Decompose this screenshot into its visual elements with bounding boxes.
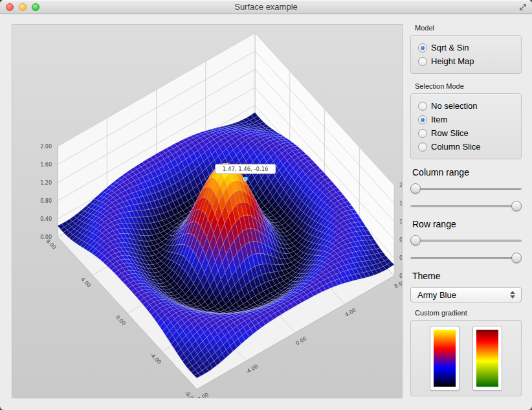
row-range-min-slider[interactable] [410,235,522,245]
svg-text:1.47, 1.46, -0.16: 1.47, 1.46, -0.16 [223,166,269,172]
svg-text:-4.00: -4.00 [149,352,162,365]
svg-text:0.40: 0.40 [399,255,402,261]
svg-text:0.00: 0.00 [399,273,402,279]
svg-text:0.00: 0.00 [115,314,127,326]
svg-text:4.00: 4.00 [344,307,357,318]
radio-option-column-slice[interactable]: Column Slice [415,140,517,154]
column-range-max-slider[interactable] [410,201,522,211]
slider-knob[interactable] [511,201,522,211]
control-panel: Model Sqrt & SinHeight Map Selection Mod… [403,14,532,410]
slider-track[interactable] [410,188,522,190]
svg-text:1.60: 1.60 [40,162,52,168]
surface-plot[interactable]: -8.00-4.000.004.008.00-8.00-4.000.004.00… [12,25,402,398]
svg-text:2.00: 2.00 [40,144,52,150]
svg-text:8.00: 8.00 [393,279,402,290]
radio-icon[interactable] [418,43,427,52]
fullscreen-icon[interactable] [519,3,527,11]
gradient-one-preview [434,330,456,387]
theme-label: Theme [412,270,522,282]
svg-text:-8.00: -8.00 [183,390,197,398]
radio-label: Height Map [431,56,474,66]
radio-icon[interactable] [418,115,427,124]
slider-track[interactable] [410,205,522,207]
radio-label: Sqrt & Sin [431,43,469,52]
model-group-label: Model [415,23,522,33]
column-range-label: Column range [412,166,522,178]
radio-option-no-selection[interactable]: No selection [415,99,517,113]
radio-label: Row Slice [431,128,469,138]
model-groupbox: Sqrt & SinHeight Map [410,35,522,74]
row-range-max-slider[interactable] [410,253,522,263]
svg-text:1.20: 1.20 [399,219,402,225]
svg-text:1.60: 1.60 [399,201,402,207]
radio-icon[interactable] [418,102,427,111]
zoom-button[interactable] [32,3,39,11]
window-content: -8.00-4.000.004.008.00-8.00-4.000.004.00… [0,14,532,410]
radio-option-row-slice[interactable]: Row Slice [415,126,517,140]
svg-text:1.20: 1.20 [40,180,52,186]
theme-combobox[interactable]: Army Blue [410,287,522,302]
gradient-one-button[interactable] [430,326,460,391]
slider-track[interactable] [410,240,522,242]
app-window: Surface example -8.00-4.000.004.008.00-8… [0,0,532,410]
column-range-min-slider[interactable] [410,183,522,194]
combo-up-down-arrows-icon [508,291,517,299]
custom-gradient-group-label: Custom gradient [415,308,522,318]
svg-text:0.00: 0.00 [294,336,307,347]
radio-label: Item [431,115,447,124]
theme-combobox-value: Army Blue [417,290,508,300]
radio-icon[interactable] [418,129,427,138]
svg-text:-8.00: -8.00 [195,392,210,398]
slider-knob[interactable] [410,235,421,245]
selection-mode-group-label: Selection Mode [415,81,522,91]
svg-text:-4.00: -4.00 [245,363,259,375]
svg-text:0.00: 0.00 [40,234,52,240]
svg-text:0.80: 0.80 [40,198,52,204]
custom-gradient-groupbox [410,320,522,396]
svg-text:0.80: 0.80 [399,237,402,243]
slider-knob[interactable] [511,253,522,263]
close-button[interactable] [6,3,14,11]
radio-icon[interactable] [418,142,427,152]
row-range-label: Row range [412,218,522,230]
titlebar[interactable]: Surface example [0,0,532,14]
svg-text:0.40: 0.40 [40,216,52,222]
radio-label: Column Slice [431,142,481,152]
surface-plot-area[interactable]: -8.00-4.000.004.008.00-8.00-4.000.004.00… [12,24,403,398]
traffic-lights [6,3,39,11]
radio-option-sqrt-sin[interactable]: Sqrt & Sin [415,41,517,54]
minimize-button[interactable] [19,3,27,11]
radio-option-height-map[interactable]: Height Map [415,54,517,68]
gradient-two-button[interactable] [472,326,502,391]
svg-text:4.00: 4.00 [80,277,92,289]
gradient-two-preview [476,330,498,387]
slider-knob[interactable] [410,183,421,194]
radio-option-item[interactable]: Item [415,113,517,126]
svg-text:2.00: 2.00 [399,183,402,188]
radio-icon[interactable] [418,57,427,66]
window-title: Surface example [234,2,298,12]
selection-mode-groupbox: No selectionItemRow SliceColumn Slice [410,93,522,159]
radio-label: No selection [431,101,478,111]
slider-track[interactable] [410,257,522,259]
